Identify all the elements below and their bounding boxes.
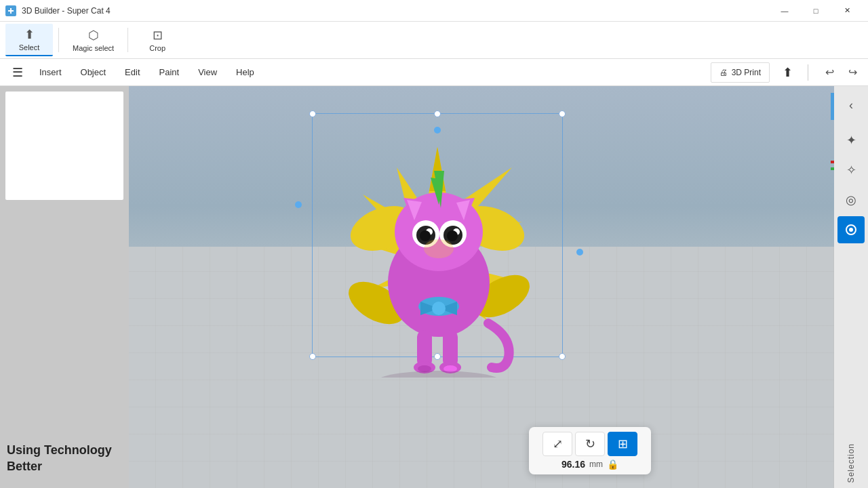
svg-point-47 bbox=[849, 228, 853, 232]
3d-print-button[interactable]: 🖨 3D Print bbox=[711, 62, 770, 83]
minimize-button[interactable]: — bbox=[769, 0, 800, 22]
tool-circle-button[interactable]: ◎ bbox=[837, 186, 865, 214]
accent-red bbox=[831, 161, 834, 163]
undo-button[interactable]: ↩ bbox=[819, 62, 840, 83]
move-tool-button[interactable]: ⤢ bbox=[542, 432, 572, 456]
measure-display: 96.16 mm 🔒 bbox=[561, 459, 618, 470]
crop-button[interactable]: ⊡ Crop bbox=[134, 24, 181, 56]
tool-sparkle2-button[interactable]: ✧ bbox=[837, 157, 865, 184]
handle-top-mid[interactable] bbox=[434, 110, 441, 117]
select-button[interactable]: ⬆ Select bbox=[5, 24, 53, 56]
svg-point-33 bbox=[447, 230, 458, 241]
accent-bars bbox=[831, 86, 834, 488]
accent-green bbox=[831, 167, 834, 170]
maximize-button[interactable]: □ bbox=[800, 0, 831, 22]
accent-blue bbox=[831, 93, 834, 120]
scale-tool-button[interactable]: ⊞ bbox=[608, 432, 637, 456]
svg-point-45 bbox=[378, 371, 500, 378]
app-icon bbox=[5, 5, 16, 16]
menu-help[interactable]: Help bbox=[226, 59, 264, 86]
bottom-toolbar: ⤢ ↻ ⊞ 96.16 mm 🔒 bbox=[529, 427, 651, 474]
cat-model[interactable] bbox=[315, 120, 559, 384]
svg-rect-2 bbox=[10, 8, 12, 14]
bottom-tools: ⤢ ↻ ⊞ bbox=[542, 432, 637, 456]
menu-view[interactable]: View bbox=[189, 59, 226, 86]
measure-value: 96.16 bbox=[561, 459, 585, 470]
blue-dot-left bbox=[295, 201, 302, 208]
toolbar-sep-2 bbox=[127, 28, 128, 52]
svg-point-38 bbox=[432, 302, 446, 315]
move-icon: ⤢ bbox=[553, 436, 563, 451]
measure-unit: mm bbox=[589, 460, 603, 469]
toolbar: ⬆ Select ⬡ Magic select ⊡ Crop bbox=[0, 22, 868, 59]
scale-icon: ⊞ bbox=[618, 436, 628, 451]
selection-label: Selection bbox=[846, 438, 856, 483]
rotate-icon: ↻ bbox=[585, 436, 595, 451]
window-controls: — □ ✕ bbox=[769, 0, 863, 22]
right-sidebar: ‹ ✦ ✧ ◎ Selection bbox=[834, 86, 868, 488]
toolbar-sep-1 bbox=[58, 28, 59, 52]
undo-redo-group: ↩ ↪ bbox=[819, 62, 863, 83]
left-panel-inner: Using Technology Better bbox=[0, 86, 129, 488]
menu-paint[interactable]: Paint bbox=[150, 59, 189, 86]
menu-insert[interactable]: Insert bbox=[30, 59, 71, 86]
tool-selection-button[interactable] bbox=[837, 216, 865, 243]
handle-top-right[interactable] bbox=[559, 110, 566, 117]
close-button[interactable]: ✕ bbox=[831, 0, 863, 22]
svg-point-32 bbox=[420, 230, 431, 241]
svg-point-34 bbox=[424, 239, 454, 258]
magic-select-icon: ⬡ bbox=[88, 28, 99, 43]
thumbnail-area bbox=[5, 92, 123, 200]
left-bottom-text: Using Technology Better bbox=[7, 443, 129, 474]
menu-object[interactable]: Object bbox=[71, 59, 116, 86]
title-bar-left: 3D Builder - Super Cat 4 bbox=[5, 5, 111, 16]
cat-svg bbox=[329, 127, 546, 378]
menu-bar: ☰ Insert Object Edit Paint View Help 🖨 3… bbox=[0, 59, 868, 86]
handle-top-left[interactable] bbox=[309, 110, 316, 117]
lock-icon[interactable]: 🔒 bbox=[607, 459, 618, 470]
select-icon: ⬆ bbox=[24, 27, 35, 42]
redo-button[interactable]: ↪ bbox=[842, 62, 863, 83]
tool-sparkle-button[interactable]: ✦ bbox=[837, 127, 865, 154]
menu-edit[interactable]: Edit bbox=[115, 59, 149, 86]
left-panel: Using Technology Better bbox=[0, 86, 129, 488]
crop-icon: ⊡ bbox=[153, 28, 163, 43]
rotate-tool-button[interactable]: ↻ bbox=[575, 432, 605, 456]
viewport[interactable]: ⤢ ↻ ⊞ 96.16 mm 🔒 bbox=[129, 86, 834, 488]
blue-dot-right bbox=[576, 249, 583, 256]
title-bar: 3D Builder - Super Cat 4 — □ ✕ bbox=[0, 0, 868, 22]
hamburger-menu-button[interactable]: ☰ bbox=[5, 60, 30, 85]
menu-right: 🖨 3D Print ⬆ ↩ ↪ bbox=[711, 60, 863, 85]
3d-print-icon: 🖨 bbox=[719, 68, 728, 77]
menu-divider bbox=[808, 64, 808, 81]
back-button[interactable]: ‹ bbox=[837, 92, 865, 119]
share-button[interactable]: ⬆ bbox=[775, 60, 800, 85]
app-title: 3D Builder - Super Cat 4 bbox=[22, 6, 111, 16]
magic-select-button[interactable]: ⬡ Magic select bbox=[64, 24, 122, 56]
